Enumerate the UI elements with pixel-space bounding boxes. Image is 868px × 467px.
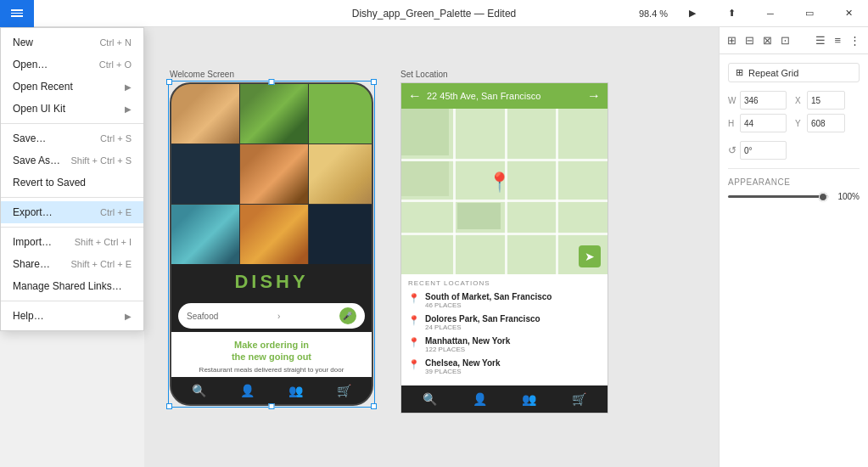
phone-container: Welcome Screen (170, 70, 608, 414)
map-block-2 (401, 161, 449, 196)
hamburger-icon (11, 8, 23, 19)
tagline: Make ordering in the new going out (180, 339, 363, 363)
play-button[interactable]: ▶ (673, 0, 712, 27)
mic-button[interactable]: 🎤 (339, 307, 356, 324)
spacing-icon[interactable]: ⊠ (760, 32, 775, 48)
nav-map-person-icon[interactable]: 👤 (473, 392, 487, 406)
align-right-icon[interactable]: ≡ (832, 32, 843, 48)
handle-tl[interactable] (166, 79, 172, 85)
nav-map-cart-icon[interactable]: 🛒 (572, 392, 586, 406)
repeat-grid-button[interactable]: ⊞ Repeat Grid (728, 63, 860, 82)
shortcut-import: Shift + Ctrl + I (75, 237, 132, 247)
menu-item-new[interactable]: New Ctrl + N (1, 31, 143, 53)
nav-map-group-icon[interactable]: 👥 (522, 392, 536, 406)
shortcut-save: Ctrl + S (100, 133, 132, 143)
nav-group-icon[interactable]: 👥 (288, 384, 303, 397)
location-item-2[interactable]: 📍 Dolores Park, San Francisco 24 PLACES (408, 314, 601, 331)
handle-br[interactable] (371, 403, 377, 409)
x-input[interactable] (807, 91, 845, 110)
rotation-input[interactable] (740, 141, 787, 160)
align-icon[interactable]: ⊞ (725, 32, 739, 48)
nav-map-search-icon[interactable]: 🔍 (423, 392, 437, 406)
nav-person-icon[interactable]: 👤 (240, 384, 255, 397)
shortcut-open: Ctrl + O (99, 59, 132, 70)
close-button[interactable]: ✕ (829, 0, 868, 27)
grid-cell-6 (309, 144, 373, 204)
maximize-button[interactable]: ▭ (790, 0, 829, 27)
location-info-3: Manhattan, New York 122 PLACES (425, 336, 510, 353)
menu-item-save-as[interactable]: Save As… Shift + Ctrl + S (1, 149, 143, 172)
titlebar-title: Dishy_app_Green_Palette — Edited (352, 8, 516, 20)
pin-icon-3: 📍 (408, 337, 420, 348)
menu-item-open-recent[interactable]: Open Recent ▶ (1, 76, 143, 98)
nav-cart-icon[interactable]: 🛒 (337, 384, 351, 397)
location-count-2: 24 PLACES (425, 324, 540, 331)
shortcut-save-as: Shift + Ctrl + S (70, 155, 132, 166)
handle-bl[interactable] (166, 403, 172, 409)
opacity-slider[interactable] (728, 195, 829, 198)
handle-tr[interactable] (371, 79, 377, 85)
panel-content: ⊞ Repeat Grid W X H Y ↺ (720, 54, 868, 206)
handle-tc[interactable] (269, 79, 275, 85)
rotation-row: ↺ (728, 141, 860, 160)
location-item-4[interactable]: 📍 Chelsea, New York 39 PLACES (408, 358, 601, 375)
logo-section: DISHY (171, 264, 372, 300)
y-input[interactable] (807, 114, 845, 132)
nav-search-icon[interactable]: 🔍 (192, 384, 206, 397)
street-v3 (556, 109, 558, 274)
h-label: H (728, 119, 736, 128)
appearance-label: APPEARANCE (728, 177, 860, 187)
right-toolbar: ⊞ ⊟ ⊠ ⊡ ☰ ≡ ⋮ (720, 27, 868, 54)
handle-bc[interactable] (269, 403, 275, 409)
map-block-1 (401, 109, 449, 155)
recent-locations: RECENT LOCATIONS 📍 South of Market, San … (401, 274, 608, 385)
pin-icon-4: 📍 (408, 359, 420, 370)
menu-item-save[interactable]: Save… Ctrl + S (1, 127, 143, 149)
minimize-button[interactable]: ─ (751, 0, 790, 27)
toolbar-icons-right: ☰ ≡ ⋮ (813, 32, 863, 48)
location-name-2: Dolores Park, San Francisco (425, 314, 540, 324)
grid-cell-3 (309, 84, 373, 143)
arrow-ui-kit: ▶ (125, 104, 132, 114)
search-text: Seafood (187, 312, 218, 321)
recent-label: RECENT LOCATIONS (408, 279, 601, 287)
search-bar[interactable]: Seafood › 🎤 (178, 303, 365, 329)
map-bottom-nav: 🔍 👤 👥 🛒 (401, 385, 608, 413)
more-icon[interactable]: ⋮ (847, 32, 863, 48)
location-item-1[interactable]: 📍 South of Market, San Francisco 46 PLAC… (408, 292, 601, 309)
arrow-help: ▶ (125, 312, 132, 321)
grid-icon[interactable]: ⊡ (778, 32, 792, 48)
location-button[interactable]: ➤ (579, 245, 601, 267)
distribute-icon[interactable]: ⊟ (742, 32, 757, 48)
location-item-3[interactable]: 📍 Manhattan, New York 122 PLACES (408, 336, 601, 353)
menu-item-revert[interactable]: Revert to Saved (1, 172, 143, 194)
set-location-label: Set Location (400, 70, 608, 79)
pin-icon-2: 📍 (408, 315, 420, 326)
height-input[interactable] (740, 114, 787, 132)
forward-arrow-icon[interactable]: → (587, 88, 601, 104)
map-address: 22 45th Ave, San Francisco (427, 91, 582, 101)
y-label: Y (795, 119, 804, 128)
back-arrow-icon[interactable]: ← (408, 88, 422, 104)
menu-item-manage-links[interactable]: Manage Shared Links… (1, 275, 143, 297)
menu-item-open[interactable]: Open… Ctrl + O (1, 53, 143, 76)
opacity-thumb (819, 193, 827, 201)
food-grid (171, 84, 372, 264)
layers-icon[interactable]: ☰ (813, 32, 828, 48)
x-label: X (795, 96, 804, 105)
dishy-logo: DISHY (171, 271, 372, 293)
menu-item-help[interactable]: Help… ▶ (1, 305, 143, 327)
share-button[interactable]: ⬆ (712, 0, 751, 27)
menu-item-import[interactable]: Import… Shift + Ctrl + I (1, 231, 143, 253)
grid-cell-5 (240, 144, 308, 204)
menu-item-export[interactable]: Export… Ctrl + E (1, 201, 143, 223)
width-input[interactable] (740, 91, 787, 110)
menu-item-share[interactable]: Share… Shift + Ctrl + E (1, 253, 143, 275)
location-info-4: Chelsea, New York 39 PLACES (425, 358, 501, 375)
titlebar-controls: 98.4 % ▶ ⬆ ─ ▭ ✕ (634, 0, 868, 27)
titlebar: Dishy_app_Green_Palette — Edited 98.4 % … (0, 0, 868, 27)
opacity-value: 100% (834, 192, 860, 201)
menu-item-open-ui-kit[interactable]: Open UI Kit ▶ (1, 98, 143, 120)
menu-button[interactable] (0, 0, 34, 27)
map-phone: ← 22 45th Ave, San Francisco → (400, 82, 608, 414)
